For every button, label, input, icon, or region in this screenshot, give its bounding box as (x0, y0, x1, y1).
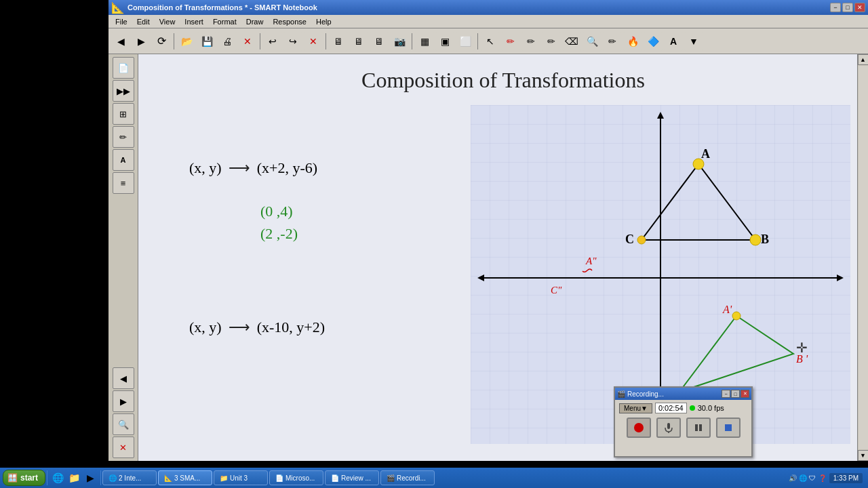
taskbar-help[interactable]: ❓ (818, 474, 827, 482)
rec-icon: 🎬 (617, 390, 625, 398)
taskbar-label-record: Recordi... (397, 474, 426, 482)
svg-text:A": A" (585, 256, 597, 266)
taskbar-label-review: Review ... (341, 474, 371, 482)
save-button[interactable]: 💾 (197, 32, 216, 51)
menu-edit[interactable]: Edit (133, 17, 154, 26)
shapes-button[interactable]: 🔷 (644, 32, 663, 51)
menu-format[interactable]: Format (209, 17, 241, 26)
eraser-button[interactable]: ⌫ (562, 32, 581, 51)
notebook-page: Composition of Transformations (x, y) ⟶ … (138, 54, 868, 461)
rec-info-row: Menu▼ 0:02:54 30.0 fps (619, 403, 747, 413)
sidebar-list[interactable]: ≡ (113, 172, 134, 194)
maximize-button[interactable]: □ (842, 3, 853, 12)
rec-minimize-button[interactable]: − (722, 390, 730, 398)
taskbar-item-unit3[interactable]: 📁 Unit 3 (214, 470, 268, 485)
title-bar-left: 📐 Composition of Transformations * - SMA… (111, 1, 317, 14)
rec-mic-button[interactable] (656, 418, 681, 438)
search-button[interactable]: 🔍 (583, 32, 601, 51)
rec-record-button[interactable] (627, 418, 651, 438)
pen1-button[interactable]: ✏ (501, 32, 520, 51)
table2-button[interactable]: ▣ (435, 32, 454, 51)
pen3-button[interactable]: ✏ (542, 32, 561, 51)
menu-file[interactable]: File (111, 17, 132, 26)
sidebar-close[interactable]: ✕ (113, 436, 134, 458)
taskbar-item-2[interactable]: 🌐 2 Inte... (102, 470, 157, 485)
rec-title-left: 🎬 Recording... (617, 390, 664, 398)
sep3 (326, 33, 326, 49)
main-area: Composition of Transformations (x, y) ⟶ … (138, 54, 868, 461)
formula2-right: (x-10, y+2) (257, 319, 325, 336)
undo-button[interactable]: ↩ (263, 32, 282, 51)
sidebar-nav-right[interactable]: ▶ (113, 390, 134, 412)
quicklaunch-media[interactable]: ▶ (83, 470, 98, 485)
taskbar-item-record[interactable]: 🎬 Recordi... (380, 470, 435, 485)
taskbar-item-ms[interactable]: 📄 Microso... (269, 470, 323, 485)
recording-title: Recording... (627, 390, 664, 398)
taskbar-label-3: 3 SMA... (174, 474, 200, 482)
capture-button[interactable]: 📷 (390, 32, 409, 51)
menu-response[interactable]: Response (269, 17, 311, 26)
delete-button[interactable]: ✕ (238, 32, 257, 51)
taskbar-item-review[interactable]: 📄 Review ... (325, 470, 379, 485)
sidebar-nav-forward[interactable]: ▶▶ (113, 80, 134, 102)
screen2-button[interactable]: 🖥 (349, 32, 368, 51)
text-dropdown[interactable]: ▼ (684, 32, 703, 51)
rec-menu-button[interactable]: Menu▼ (619, 403, 652, 413)
svg-text:C: C (625, 232, 634, 246)
screen1-button[interactable]: 🖥 (329, 32, 348, 51)
rec-window-controls: − □ ✕ (722, 390, 749, 398)
menu-draw[interactable]: Draw (242, 17, 268, 26)
close-button[interactable]: ✕ (854, 3, 865, 12)
sidebar-pen[interactable]: ✏ (113, 126, 134, 148)
svg-rect-23 (667, 423, 670, 429)
forward-button[interactable]: ▶ (132, 32, 151, 51)
refresh-button[interactable]: ⟳ (152, 32, 171, 51)
select-button[interactable]: ↖ (481, 32, 500, 51)
minimize-button[interactable]: − (830, 3, 841, 12)
taskbar-notify-icons: 🔊 🌐 🛡 (789, 474, 816, 482)
redo-button[interactable]: ↪ (283, 32, 302, 51)
sidebar-zoom[interactable]: 🔍 (113, 413, 134, 435)
scrollbar-vertical[interactable]: ▲ ▼ (857, 54, 868, 461)
taskbar: 🪟 start 🌐 📁 ▶ 🌐 2 Inte... 📐 3 SMA... 📁 U… (0, 468, 868, 488)
menu-view[interactable]: View (155, 17, 180, 26)
rec-status-indicator (690, 405, 695, 411)
rec-close-button[interactable]: ✕ (741, 390, 749, 398)
rec-stop-button[interactable] (716, 418, 741, 438)
taskbar-icon-unit3: 📁 (220, 474, 228, 482)
quicklaunch-folder[interactable]: 📁 (66, 470, 81, 485)
green-coords: (0 ,4) (2 ,-2) (260, 200, 298, 245)
print-button[interactable]: 🖨 (218, 32, 237, 51)
screen3-button[interactable]: 🖥 (370, 32, 389, 51)
svg-text:C": C" (551, 285, 562, 296)
text-button[interactable]: A (664, 32, 683, 51)
box-button[interactable]: ⬜ (456, 32, 475, 51)
sidebar-text[interactable]: A (113, 149, 134, 171)
quicklaunch-ie[interactable]: 🌐 (50, 470, 65, 485)
back-button[interactable]: ◀ (111, 32, 130, 51)
pen2-button[interactable]: ✏ (521, 32, 540, 51)
sidebar-page-thumb[interactable]: 📄 (113, 57, 134, 79)
svg-rect-27 (725, 424, 732, 431)
taskbar-item-3[interactable]: 📐 3 SMA... (158, 470, 212, 485)
svg-point-10 (637, 236, 646, 244)
sidebar-grid[interactable]: ⊞ (113, 103, 134, 125)
fill-button[interactable]: 🔥 (623, 32, 642, 51)
sidebar-nav-left[interactable]: ◀ (113, 367, 134, 389)
table-button[interactable]: ▦ (415, 32, 434, 51)
pen4-button[interactable]: ✏ (603, 32, 622, 51)
start-button[interactable]: 🪟 start (3, 470, 45, 486)
svg-text:A: A (701, 147, 710, 161)
window-icon: 📐 (111, 1, 125, 14)
menu-insert[interactable]: Insert (180, 17, 208, 26)
scroll-up-button[interactable]: ▲ (858, 54, 869, 65)
scroll-down-button[interactable]: ▼ (858, 450, 869, 461)
rec-pause-button[interactable] (686, 418, 711, 438)
taskbar-label-ms: Microso... (285, 474, 315, 482)
clear-button[interactable]: ✕ (304, 32, 323, 51)
rec-restore-button[interactable]: □ (731, 390, 740, 398)
scroll-track[interactable] (859, 66, 868, 449)
formula2-arrow: ⟶ (229, 319, 250, 336)
menu-help[interactable]: Help (312, 17, 336, 26)
open-button[interactable]: 📂 (177, 32, 196, 51)
